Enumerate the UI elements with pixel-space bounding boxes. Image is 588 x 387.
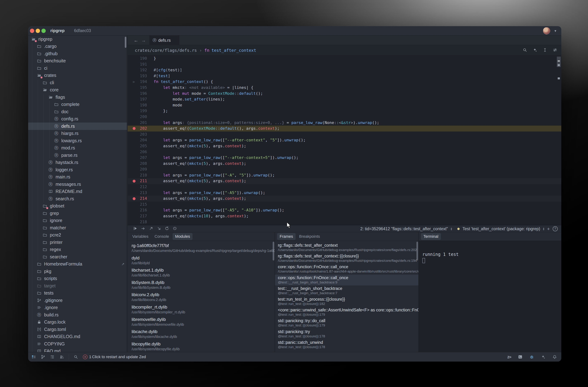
- tree-item-scripts[interactable]: scripts: [28, 275, 127, 282]
- frame-item[interactable]: test::__rust_begin_short_backtrace@test:…: [275, 285, 419, 296]
- code-line-197[interactable]: 197 mode.set_after(lines);: [128, 96, 561, 102]
- branch-commit-label[interactable]: 6dfaec03: [74, 28, 91, 33]
- tree-item-doc[interactable]: doc: [28, 108, 127, 115]
- continue-button[interactable]: [133, 226, 138, 231]
- tree-item-globset[interactable]: globset: [28, 203, 127, 210]
- line-number[interactable]: 200: [128, 114, 147, 120]
- frames-tab-frames[interactable]: Frames: [277, 233, 296, 240]
- zed-menu-icon[interactable]: z»: [507, 354, 511, 359]
- tree-item-messages-rs[interactable]: Ⓡmessages.rs: [28, 181, 127, 188]
- close-button[interactable]: [30, 29, 34, 33]
- collab-icon[interactable]: [59, 355, 64, 359]
- tree-item-core[interactable]: core: [28, 86, 127, 94]
- code-line-207[interactable]: 207 let args = parse_low_raw(["--after-c…: [128, 155, 561, 161]
- tree-item-regex[interactable]: regex: [28, 246, 127, 253]
- tree-item-lowargs-rs[interactable]: Ⓡlowargs.rs: [28, 137, 127, 144]
- line-number[interactable]: 218: [128, 219, 147, 225]
- minimize-button[interactable]: [36, 29, 40, 33]
- module-item[interactable]: libremovefile.dylib/usr/lib/system/libre…: [128, 316, 275, 328]
- breadcrumb-path[interactable]: crates/core/flags/defs.rs: [135, 48, 197, 53]
- module-item[interactable]: libcache.dylib/usr/lib/system/libcache.d…: [128, 328, 275, 341]
- tree-item-pcre2[interactable]: pcre2: [28, 231, 127, 239]
- code-line-206[interactable]: 206: [128, 149, 561, 155]
- tab-terminal[interactable]: Terminal: [421, 233, 441, 240]
- line-number[interactable]: 198: [128, 102, 147, 108]
- modules-scrollbar[interactable]: [273, 242, 274, 261]
- frame-item[interactable]: test::run_test_in_process::{{closure}}@t…: [275, 296, 419, 307]
- breakpoint-icon[interactable]: [133, 127, 136, 130]
- code-line-202[interactable]: 202 assert_eq!(ContextMode::default(), a…: [128, 126, 561, 131]
- tree-item-mod-rs[interactable]: Ⓡmod.rs: [28, 144, 127, 152]
- diagnostics-indicator[interactable]: ✕1: [83, 355, 91, 359]
- line-number[interactable]: 216: [128, 207, 147, 213]
- user-avatar[interactable]: [543, 27, 550, 34]
- line-number[interactable]: 204: [128, 137, 147, 143]
- frame-item[interactable]: rg::flags::defs::test_after_context::{{c…: [275, 253, 419, 264]
- new-session-button[interactable]: +: [547, 226, 550, 232]
- code-line-216[interactable]: 216 let args = parse_low_raw(["-A5", "-A…: [128, 207, 561, 213]
- notifications-icon[interactable]: [552, 355, 557, 359]
- code-line-195[interactable]: 195 let mkctx: <not available> = |lines|…: [128, 85, 561, 91]
- test-selector-chevrons-icon[interactable]: ▴▾: [543, 227, 544, 230]
- git-branch-icon[interactable]: [41, 355, 45, 359]
- tree-item-faq-md[interactable]: FAQ.md: [28, 347, 127, 352]
- tree-item-flags[interactable]: flags: [28, 94, 127, 101]
- tree-item-main-rs[interactable]: Ⓡmain.rs: [28, 173, 127, 181]
- line-number[interactable]: 210: [128, 172, 147, 178]
- tree-item-cli[interactable]: cli: [28, 79, 127, 86]
- tree-item-benchsuite[interactable]: benchsuite: [28, 57, 127, 65]
- code-line-199[interactable]: 199 };: [128, 108, 561, 114]
- tree-item-crates[interactable]: crates: [28, 72, 127, 79]
- line-number[interactable]: 211: [128, 178, 147, 184]
- line-number[interactable]: 203: [128, 131, 147, 137]
- run-test-icon[interactable]: ▷: [133, 79, 135, 85]
- line-number[interactable]: 205: [128, 143, 147, 149]
- modules-tab-variables[interactable]: Variables: [130, 233, 151, 240]
- frame-item[interactable]: core::ops::function::FnOnce::call_once/U…: [275, 264, 419, 274]
- line-number[interactable]: 196: [128, 91, 147, 97]
- assistant-icon[interactable]: [541, 355, 546, 359]
- code-line-205[interactable]: 205 assert_eq!(mkctx(5), args.context);: [128, 143, 561, 149]
- line-number[interactable]: 214: [128, 196, 147, 202]
- line-number[interactable]: 217: [128, 213, 147, 219]
- code-line-196[interactable]: 196 let mut mode = ContextMode::default(…: [128, 91, 561, 97]
- code-line-213[interactable]: 213 let args = parse_low_raw(["-A5"]).un…: [128, 190, 561, 196]
- project-title[interactable]: ripgrep: [50, 28, 64, 33]
- tree-item--github[interactable]: .github: [28, 50, 127, 57]
- tree-item-parse-rs[interactable]: Ⓡparse.rs: [28, 152, 127, 159]
- tree-item-changelog-md[interactable]: CHANGELOG.md: [28, 333, 127, 340]
- module-item[interactable]: libcompiler_rt.dylib/usr/lib/system/libc…: [128, 304, 275, 316]
- code-line-217[interactable]: 217 assert_eq!(mkctx(10), args.context);: [128, 213, 561, 219]
- modules-tab-modules[interactable]: Modules: [173, 233, 192, 240]
- step-out-button[interactable]: [149, 226, 153, 231]
- tree-item-printer[interactable]: printer: [28, 239, 127, 246]
- code-line-210[interactable]: 210 let args = parse_low_raw(["-A", "5"]…: [128, 172, 561, 178]
- tree-item-grep[interactable]: grep: [28, 210, 127, 217]
- text-cursor-icon[interactable]: [543, 48, 547, 53]
- line-number[interactable]: 212: [128, 184, 147, 190]
- restart-button[interactable]: [165, 226, 169, 231]
- tree-item-tests[interactable]: tests: [28, 289, 127, 297]
- tree-item-searcher[interactable]: searcher: [28, 253, 127, 261]
- line-number[interactable]: 215: [128, 202, 147, 207]
- tree-item--cargo[interactable]: .cargo: [28, 43, 127, 50]
- breadcrumb-symbol[interactable]: test_after_context: [211, 48, 256, 53]
- line-number[interactable]: 191: [128, 61, 147, 67]
- tree-item-logger-rs[interactable]: Ⓡlogger.rs: [28, 166, 127, 173]
- code-line-215[interactable]: 215: [128, 202, 561, 207]
- tree-item-readme-md[interactable]: README.md: [28, 188, 127, 195]
- search-icon[interactable]: [74, 355, 78, 359]
- code-line-214[interactable]: 214 assert_eq!(mkctx(5), args.context);: [128, 196, 561, 202]
- frame-item[interactable]: std::panic::catch_unwind@test::run_test:…: [275, 339, 419, 350]
- tree-item-target[interactable]: target: [28, 282, 127, 289]
- debugger-icon[interactable]: [529, 355, 534, 359]
- line-number[interactable]: 201: [128, 120, 147, 126]
- editor-scrollbar[interactable]: [556, 56, 561, 225]
- module-item[interactable]: libSystem.B.dylib/usr/lib/libSystem.B.dy…: [128, 279, 275, 291]
- tree-item-cargo-toml[interactable]: Cargo.toml: [28, 326, 127, 333]
- project-panel-icon[interactable]: [31, 355, 36, 359]
- tree-item-config-rs[interactable]: Ⓡconfig.rs: [28, 115, 127, 123]
- frames-scrollbar[interactable]: [417, 242, 418, 261]
- code-line-201[interactable]: 201 let args: {positional:size=0, patter…: [128, 120, 561, 126]
- code-line-204[interactable]: 204 let args = parse_low_raw(["--after-c…: [128, 137, 561, 143]
